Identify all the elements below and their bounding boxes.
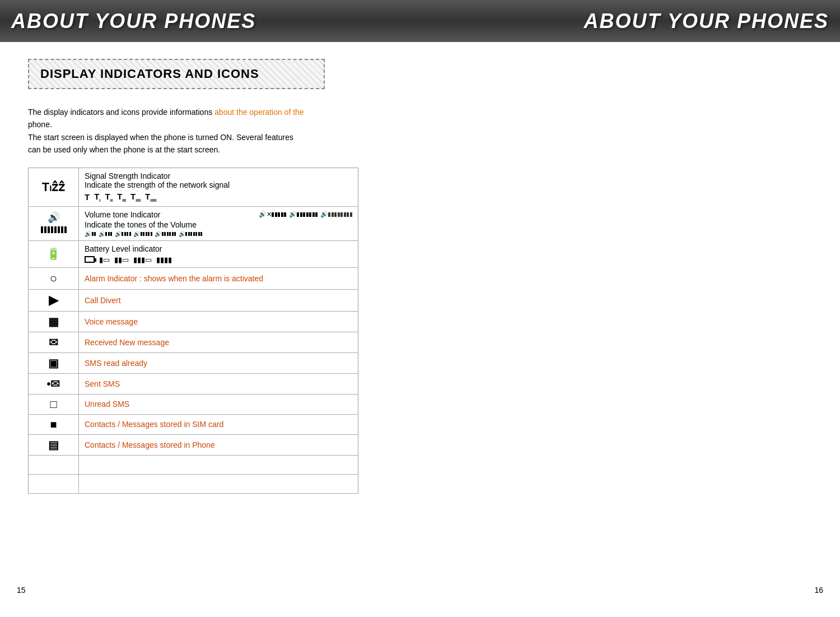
section-header-box: DISPLAY INDICATORS AND ICONS [28, 59, 325, 89]
volume-sublabel: Indicate the tones of the Volume [85, 220, 352, 229]
table-row [29, 474, 358, 493]
voice-message-label-cell: Voice message [79, 311, 358, 332]
call-divert-label-cell: Call Divert [79, 289, 358, 311]
empty-icon-1 [29, 455, 79, 474]
description-line2: phone. [28, 118, 353, 131]
sms-read-label-cell: SMS read already [79, 352, 358, 373]
sig-t4: Till [117, 192, 126, 203]
sent-sms-label: Sent SMS [85, 379, 120, 388]
signal-strength-icon: Tᵢẑẑ [42, 180, 65, 194]
sig-t2: Ti [94, 192, 100, 203]
sig-t5: Tilll [130, 192, 141, 203]
volume-label: Volume tone Indicator [85, 210, 160, 219]
unread-sms-label: Unread SMS [85, 400, 129, 409]
sig-t1: T [85, 192, 90, 202]
page-numbers: 15 16 [0, 574, 840, 606]
volume-bottom-icons: 🔊 🔊 🔊 [85, 231, 352, 237]
contacts-sim-label-cell: Contacts / Messages stored in SIM card [79, 414, 358, 434]
table-row: ▣ SMS read already [29, 352, 358, 373]
header-right-title: ABOUT YOUR PHONES [584, 10, 829, 33]
battery-icon-cell: 🔋 [29, 240, 79, 267]
table-row: ○ Alarm Indicator : shows when the alarm… [29, 267, 358, 289]
empty-label-2 [79, 474, 358, 493]
call-divert-label: Call Divert [85, 296, 121, 305]
table-row: ▦ Voice message [29, 311, 358, 332]
indicators-table: Tᵢẑẑ Signal Strength Indicator Indicate … [28, 168, 358, 494]
table-row: ✉ Received New message [29, 332, 358, 352]
header-right: ABOUT YOUR PHONES [420, 10, 829, 33]
received-msg-icon-cell: ✉ [29, 332, 79, 352]
table-row: •✉ Sent SMS [29, 373, 358, 394]
contacts-phone-label: Contacts / Messages stored in Phone [85, 440, 215, 449]
volume-icon-cell: 🔊 [29, 206, 79, 240]
bat-high: ▮▮▮▭ [133, 256, 152, 264]
sms-read-label: SMS read already [85, 359, 147, 368]
page-header: ABOUT YOUR PHONES ABOUT YOUR PHONES [0, 0, 840, 42]
signal-description-cell: Signal Strength Indicator Indicate the s… [79, 168, 358, 206]
unread-sms-label-cell: Unread SMS [79, 394, 358, 414]
alarm-icon: ○ [50, 271, 57, 285]
contacts-phone-icon: ▤ [48, 439, 59, 451]
contacts-phone-icon-cell: ▤ [29, 434, 79, 455]
battery-variants: ▮▭ ▮▮▭ ▮▮▮▭ ▮▮▮▮ [85, 256, 352, 264]
signal-sublabel: Indicate the strength of the network sig… [85, 180, 352, 189]
battery-description-cell: Battery Level indicator ▮▭ ▮▮▭ ▮▮▮▭ ▮▮▮▮ [79, 240, 358, 267]
header-left-title: ABOUT YOUR PHONES [11, 10, 256, 33]
alarm-label: Alarm Indicator : shows when the alarm i… [85, 274, 263, 283]
received-msg-label-cell: Received New message [79, 332, 358, 352]
sent-sms-icon: •✉ [46, 378, 60, 390]
volume-icon: 🔊 [40, 212, 67, 235]
sig-t6: Tillll [145, 192, 156, 203]
table-row: ▶ Call Divert [29, 289, 358, 311]
received-message-label: Received New message [85, 338, 169, 347]
signal-label: Signal Strength Indicator [85, 171, 352, 180]
volume-description-cell: Volume tone Indicator 🔊✕ 🔊 [79, 206, 358, 240]
unread-sms-icon: □ [50, 398, 57, 410]
table-row [29, 455, 358, 474]
call-divert-icon-cell: ▶ [29, 289, 79, 311]
table-row: 🔊 [29, 206, 358, 240]
sms-read-icon-cell: ▣ [29, 352, 79, 373]
description-block: The display indicators and icons provide… [28, 106, 353, 156]
description-line4: can be used only when the phone is at th… [28, 143, 353, 156]
empty-label-1 [79, 455, 358, 474]
battery-icon: 🔋 [46, 248, 60, 260]
empty-icon-2 [29, 474, 79, 493]
sent-sms-icon-cell: •✉ [29, 373, 79, 394]
battery-label: Battery Level indicator [85, 244, 352, 253]
table-row: □ Unread SMS [29, 394, 358, 414]
contacts-sim-icon: ■ [50, 418, 57, 430]
main-content: DISPLAY INDICATORS AND ICONS The display… [0, 42, 381, 511]
page-number-left: 15 [17, 586, 26, 595]
description-line3: The start screen is displayed when the p… [28, 131, 353, 143]
contacts-phone-label-cell: Contacts / Messages stored in Phone [79, 434, 358, 455]
section-title: DISPLAY INDICATORS AND ICONS [40, 67, 259, 81]
sig-t3: Til [105, 192, 113, 203]
signal-variants: T Ti Til Till Tilll Tillll [85, 192, 352, 203]
page-number-right: 16 [814, 586, 823, 595]
bat-low: ▮▭ [99, 256, 110, 264]
header-left: ABOUT YOUR PHONES [11, 10, 420, 33]
description-line1: The display indicators and icons provide… [28, 106, 353, 118]
contacts-sim-label: Contacts / Messages stored in SIM card [85, 420, 223, 429]
voice-message-label: Voice message [85, 317, 138, 326]
contacts-sim-icon-cell: ■ [29, 414, 79, 434]
received-message-icon: ✉ [49, 336, 58, 349]
table-row: ▤ Contacts / Messages stored in Phone [29, 434, 358, 455]
call-divert-icon: ▶ [49, 293, 58, 307]
sent-sms-label-cell: Sent SMS [79, 373, 358, 394]
alarm-icon-cell: ○ [29, 267, 79, 289]
alarm-label-cell: Alarm Indicator : shows when the alarm i… [79, 267, 358, 289]
bat-empty [85, 256, 95, 263]
volume-top-row: Volume tone Indicator 🔊✕ 🔊 [85, 210, 352, 219]
bat-full: ▮▮▮▮ [156, 256, 172, 264]
table-row: ■ Contacts / Messages stored in SIM card [29, 414, 358, 434]
sms-read-icon: ▣ [48, 357, 59, 369]
table-row: 🔋 Battery Level indicator ▮▭ ▮▮▭ ▮▮▮▭ ▮▮… [29, 240, 358, 267]
voice-message-icon: ▦ [48, 316, 59, 328]
bat-mid: ▮▮▭ [114, 256, 129, 264]
signal-icon-cell: Tᵢẑẑ [29, 168, 79, 206]
unread-sms-icon-cell: □ [29, 394, 79, 414]
table-row: Tᵢẑẑ Signal Strength Indicator Indicate … [29, 168, 358, 206]
volume-icons-right: 🔊✕ 🔊 [259, 211, 353, 218]
